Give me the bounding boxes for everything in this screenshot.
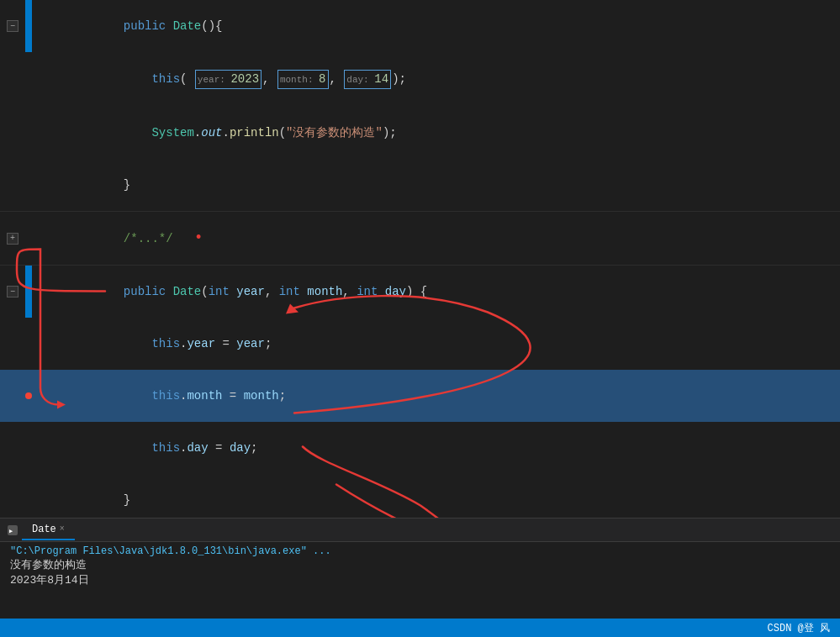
system-class: System — [151, 126, 193, 140]
code-block: − public Date(){ this( year: 2023, month… — [0, 0, 840, 518]
line-content: /*...*/ • — [32, 212, 840, 265]
terminal-tab-label: Date — [32, 524, 56, 535]
line-indicator — [25, 212, 32, 265]
class-name: Date — [173, 19, 202, 33]
line-indicator — [25, 266, 32, 318]
code-line: this.day = day; — [0, 422, 840, 474]
line-gutter — [0, 422, 25, 474]
line-indicator — [25, 318, 32, 370]
line-indicator — [25, 474, 32, 518]
line-content: this.year = year; — [32, 318, 840, 370]
line-indicator — [25, 0, 32, 52]
line-indicator — [25, 422, 32, 474]
line-content: System.out.println("没有参数的构造"); — [32, 107, 840, 159]
terminal-command: "C:\Program Files\Java\jdk1.8.0_131\bin\… — [10, 545, 830, 557]
fold-icon[interactable]: − — [7, 20, 18, 32]
line-gutter — [0, 52, 25, 107]
section-default-constructor: − public Date(){ this( year: 2023, month… — [0, 0, 840, 212]
terminal-icon: ▶ — [7, 524, 18, 536]
line-gutter — [0, 107, 25, 159]
fold-icon[interactable]: + — [7, 233, 18, 245]
code-line: System.out.println("没有参数的构造"); — [0, 107, 840, 159]
code-line: this.year = year; — [0, 318, 840, 370]
code-line-highlighted: this.month = month; — [0, 370, 840, 422]
keyword-this: this — [151, 72, 180, 86]
code-container: − public Date(){ this( year: 2023, month… — [0, 0, 840, 518]
code-line: + /*...*/ • — [0, 212, 840, 265]
line-content: public Date(int year, int month, int day… — [32, 266, 840, 318]
line-gutter — [0, 159, 25, 211]
keyword-public: public — [124, 19, 166, 33]
line-gutter: + — [0, 212, 25, 265]
line-gutter: − — [0, 0, 25, 52]
line-gutter — [0, 370, 25, 422]
line-gutter — [0, 474, 25, 518]
code-line: } — [0, 474, 840, 518]
line-content: this( year: 2023, month: 8, day: 14); — [32, 52, 840, 107]
line-indicator — [25, 159, 32, 211]
terminal-tab-close[interactable]: × — [60, 524, 65, 534]
section-param-constructor: − public Date(int year, int month, int d… — [0, 266, 840, 518]
line-gutter — [0, 318, 25, 370]
fold-icon[interactable]: − — [7, 286, 18, 297]
line-content: this.month = month; — [32, 370, 840, 422]
code-line: this( year: 2023, month: 8, day: 14); — [0, 52, 840, 107]
line-indicator-breakpoint — [25, 370, 32, 422]
editor-area: − public Date(){ this( year: 2023, month… — [0, 0, 840, 619]
line-content: this.day = day; — [32, 422, 840, 474]
terminal-tabs: ▶ Date × — [0, 519, 840, 542]
code-line: − public Date(){ — [0, 0, 840, 52]
status-bar: CSDN @登 风 — [0, 619, 840, 637]
terminal-content: "C:\Program Files\Java\jdk1.8.0_131\bin\… — [0, 542, 840, 619]
code-line: } — [0, 159, 840, 211]
line-gutter: − — [0, 266, 25, 318]
terminal-tab-date[interactable]: Date × — [22, 520, 75, 540]
line-content: public Date(){ — [32, 0, 840, 52]
line-content: } — [32, 159, 840, 211]
line-content: } — [32, 474, 840, 518]
terminal-output-line-2: 2023年8月14日 — [10, 572, 830, 587]
line-indicator — [25, 107, 32, 159]
section-comment: + /*...*/ • — [0, 212, 840, 266]
code-line: − public Date(int year, int month, int d… — [0, 266, 840, 318]
terminal-area: ▶ Date × "C:\Program Files\Java\jdk1.8.0… — [0, 518, 840, 619]
line-indicator — [25, 52, 32, 107]
terminal-output-line-1: 没有参数的构造 — [10, 557, 830, 572]
status-bar-text: CSDN @登 风 — [768, 621, 830, 635]
